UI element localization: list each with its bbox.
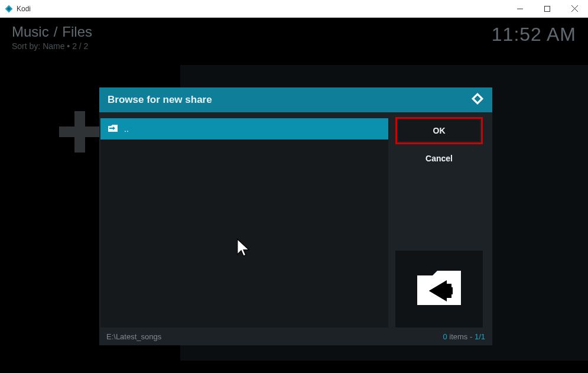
breadcrumb-sub: Files xyxy=(62,24,92,40)
item-count: 0 items - 1/1 xyxy=(443,332,485,341)
dialog-body: .. OK Cancel xyxy=(99,112,492,327)
item-page: 1/1 xyxy=(475,332,485,341)
svg-rect-1 xyxy=(545,6,550,11)
dialog-title: Browse for new share xyxy=(108,94,212,106)
titlebar-left: Kodi xyxy=(0,5,31,13)
plus-icon xyxy=(74,111,85,153)
app-header: Music / Files Sort by: Name • 2 / 2 11:5… xyxy=(12,24,576,51)
dialog-button-column: OK Cancel xyxy=(395,118,483,327)
file-list-pane[interactable]: .. xyxy=(100,118,388,327)
add-source-tile[interactable] xyxy=(59,111,100,153)
window-titlebar: Kodi xyxy=(0,0,588,18)
browse-share-dialog: Browse for new share .. OK Cancel xyxy=(99,87,492,345)
window-controls xyxy=(506,0,588,18)
header-left: Music / Files Sort by: Name • 2 / 2 xyxy=(12,24,92,51)
ok-highlight-box: OK xyxy=(395,117,483,144)
dialog-footer: E:\Latest_songs 0 items - 1/1 xyxy=(99,327,492,345)
breadcrumb-main: Music xyxy=(12,24,49,40)
file-row-parent[interactable]: .. xyxy=(100,118,388,140)
kodi-app-icon xyxy=(5,5,13,13)
dialog-header: Browse for new share xyxy=(99,87,492,112)
current-path: E:\Latest_songs xyxy=(106,332,161,341)
window-close-button[interactable] xyxy=(561,0,588,18)
folder-up-icon xyxy=(108,124,118,134)
breadcrumb-separator: / xyxy=(54,24,58,40)
clock: 11:52 AM xyxy=(492,24,576,51)
sort-info: Sort by: Name • 2 / 2 xyxy=(12,41,92,51)
app-viewport: Music / Files Sort by: Name • 2 / 2 11:5… xyxy=(0,18,588,373)
svg-rect-5 xyxy=(438,287,453,294)
cancel-button[interactable]: Cancel xyxy=(395,148,483,169)
item-count-number: 0 xyxy=(443,332,447,341)
file-row-label: .. xyxy=(124,124,129,134)
window-title: Kodi xyxy=(17,5,31,13)
window-maximize-button[interactable] xyxy=(534,0,561,18)
breadcrumb: Music / Files xyxy=(12,24,92,40)
item-count-label: items - xyxy=(447,332,475,341)
folder-back-icon xyxy=(414,267,464,311)
window-minimize-button[interactable] xyxy=(506,0,534,18)
kodi-logo-icon xyxy=(471,92,484,108)
ok-button[interactable]: OK xyxy=(398,120,480,141)
folder-preview xyxy=(395,251,483,327)
